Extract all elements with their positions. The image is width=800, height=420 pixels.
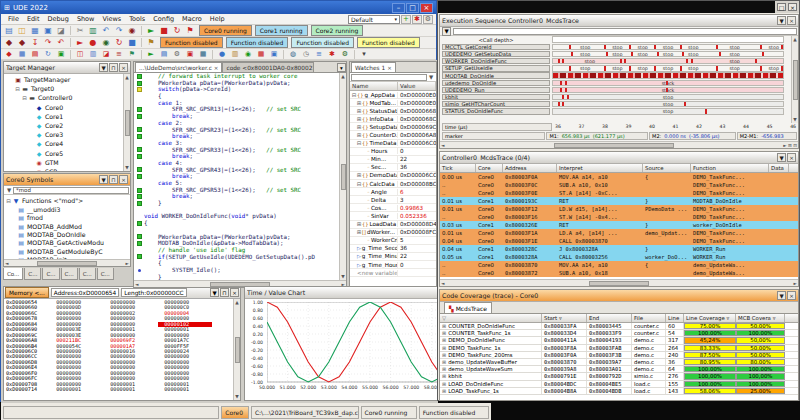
trace-row[interactable]: ..Core00x80003F0EST.A [a14] -0xC...DEMO_… [440,189,798,197]
filter-icon[interactable]: ▼ [442,27,451,36]
trace-row[interactable]: 0.04 usCore10x8000328CJ 0x8000328A}WORKE… [440,245,798,253]
exec-timeline[interactable]: stopstopstopstopstopstopstop [552,65,784,71]
menu-item-debug[interactable]: Debug [43,15,72,23]
favorite-config-icon[interactable]: ✱ [412,15,422,24]
tree-item-core5[interactable]: ◆Core5 [5,149,122,158]
star-icon[interactable]: ✱ [326,49,338,59]
expand-icon[interactable]: ⊞ [442,373,446,379]
dock-tab-2[interactable]: C... [42,268,59,280]
trace-row[interactable]: 0.03 usCore10x8000326ERET}worker_DoOnIdl… [440,221,798,229]
list-icon[interactable]: ≡ [313,49,325,59]
exec-row-label[interactable]: kbhit [442,94,550,100]
tree-item-controller0[interactable]: ⊟▬Controller0 [5,93,122,102]
symbols-filter-input[interactable]: *mod [13,187,129,194]
layers-icon[interactable]: ▣ [268,49,280,59]
expand-icon[interactable]: ⊞ [442,352,446,358]
watch-row[interactable]: ⊞{}SetupData0xD000069C [350,123,436,131]
coverage-row[interactable]: ⊞COUNTER_TaskFunc_1s0x800033D40x800033F9… [440,330,798,337]
symbol-item[interactable]: ▤MODTAB_DoOnIdle [5,230,129,238]
save-all-icon[interactable]: ▣ [42,26,54,36]
debug-start-icon[interactable]: ◆ [3,38,15,48]
watch-row[interactable]: ⊞{}CounterD...0xD00006A8 [350,131,436,139]
exec-timeline[interactable]: stopstopstopstopstopstop [552,51,784,57]
dock-tab-4[interactable]: C... [79,268,96,280]
trace-row[interactable]: 0.05 usCore10x8000328ACALL 0x80003256wor… [440,253,798,261]
trace-hscrollbar[interactable]: ◄► [440,279,798,286]
seq-icon[interactable]: ≡ [113,49,125,59]
trace-col-data[interactable]: Data [769,164,789,172]
tree-item-core3[interactable]: ◆Core3 [5,130,122,139]
coverage-row[interactable]: ⊞demo_UpdateWaveSum0x800039A80x80003A01d… [440,366,798,373]
exec-timeline[interactable] [552,72,784,78]
tree-item-core0[interactable]: ◆Core0 [5,103,122,112]
register-icon[interactable]: ▤ [29,49,41,59]
go-icon[interactable]: ► [145,49,157,59]
power-icon[interactable]: ■ [126,38,138,48]
watch-row[interactable]: ⊞{}LoadData0xD00008D4 [350,221,436,229]
exec-row-label[interactable]: udedemo_DoOnIdle [442,80,550,86]
watch-row[interactable]: ⊞{}StatusData0xD0000668 [350,107,436,115]
run-icon[interactable]: ► [145,26,157,36]
watch-row[interactable]: ◦Hours0 [350,148,436,156]
menu-item-show[interactable]: Show [73,15,99,23]
exec-row-label[interactable]: MCCTL_GetCoreId [442,44,550,50]
tree-item-core2[interactable]: ◆Core2 [5,121,122,130]
trace-row[interactable]: 0.00 usCore00x80003F0AMOV.AA a14, a10{DE… [440,173,798,181]
symbols-icon[interactable]: ▥ [87,49,99,59]
watch-row[interactable]: ⊟{}g_AppData0xD00000E0 [350,91,436,99]
breakpoint-icon[interactable]: ● [87,38,99,48]
menu-item-macro[interactable]: Macro [178,15,206,23]
pin-icon[interactable]: ⊓ [109,63,118,72]
menu-item-help[interactable]: Help [206,15,229,23]
target-icon[interactable]: ◆ [3,49,15,59]
expand-icon[interactable]: ⊞ [442,337,446,343]
more-icon[interactable]: ▾ [358,49,370,59]
tree-item-scr[interactable]: ◉SCR [5,167,122,171]
bus-icon[interactable]: ▦ [197,49,209,59]
tree-item-core4[interactable]: ◆Core4 [5,139,122,148]
watches-col-value[interactable]: Value [398,82,436,90]
filter-icon[interactable]: ▼ [427,74,435,80]
exec-row-label[interactable]: simio_GetHTCharCount [442,101,550,107]
exec-timeline[interactable]: stop [552,108,784,114]
cpu-icon[interactable]: ▣ [184,49,196,59]
exec-row-label[interactable]: SETUP_GetUseIdle [442,65,550,71]
run-to-cursor-icon[interactable]: ► [74,38,86,48]
paste-icon[interactable]: ▥ [87,26,99,36]
debug-stop-icon[interactable]: ◆ [16,38,28,48]
watch-icon[interactable]: ◉ [100,38,112,48]
coverage-row[interactable]: ⊞DEMO_DoOnIdleFunc0x8000411A0x80004193de… [440,337,798,344]
exec-timeline[interactable]: stack [552,80,784,86]
step-over-icon[interactable]: ↷ [42,38,54,48]
trace-col-core[interactable]: Core [476,164,503,172]
coverage-row[interactable]: ⊞COUNTER_DoOnIdleFunc0x800033FA0x8000344… [440,323,798,330]
cut-icon[interactable]: ✂ [74,26,86,36]
trace-col-tick[interactable]: Tick [440,164,476,172]
clock-icon[interactable]: ◷ [300,49,312,59]
watch-row[interactable]: ⊞[]dWorker...0xD00008FC [350,229,436,237]
exec-row-label[interactable]: STATUS_DoOnIdleFunc [442,108,550,114]
menu-item-views[interactable]: Views [98,15,125,23]
trace-icon[interactable]: ↻ [42,49,54,59]
chevron-down-icon[interactable]: ▼ [99,63,108,72]
coverage-row[interactable]: ⊞demo_UpdateWaveBuffer0x800038700x800039… [440,359,798,366]
pin-icon[interactable]: ⊓ [220,288,229,297]
close-icon[interactable]: × [787,153,796,162]
memory-scrollbar[interactable]: ▲▼ [233,299,240,400]
coverage-row[interactable]: ⊞DEMO_TaskFunc_1s0x80003F8A0x80003FABdem… [440,345,798,352]
chevron-down-icon[interactable]: ▼ [99,175,108,184]
coverage-icon[interactable]: ◪ [100,49,112,59]
menu-item-tools[interactable]: Tools [125,15,149,23]
expand-icon[interactable]: ⊞ [442,381,446,387]
chevron-down-icon[interactable]: ▼ [210,288,219,297]
pin-icon[interactable]: ● [216,49,228,59]
collapse-icon[interactable]: ⊟ [14,86,21,92]
target-tree-scrollbar[interactable]: ▲▼ [123,74,130,171]
memory-tab[interactable]: Memory <... [5,287,49,298]
halt-icon[interactable]: ■ [158,26,170,36]
print-icon[interactable]: ◪ [55,26,67,36]
close-icon[interactable]: × [787,291,796,300]
coverage-row[interactable]: ⊞LOAD_TaskFunc_1s0x80004B8A0x80004BDBloa… [440,388,798,395]
add-config-icon[interactable]: + [401,15,411,24]
editor-tab-worker-c[interactable]: ...\UdeDemo\src\worker.c × [135,62,222,72]
